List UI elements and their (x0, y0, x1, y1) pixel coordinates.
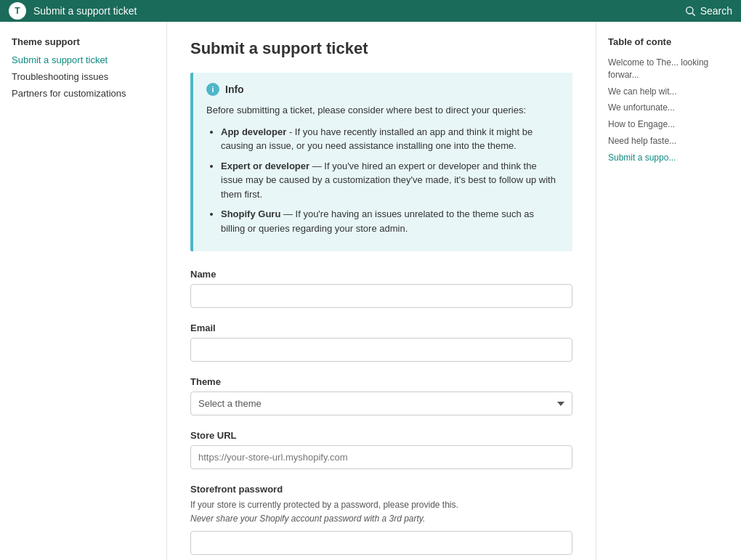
header-title: Submit a support ticket (33, 5, 137, 17)
layout: Theme support Submit a support ticket Tr… (0, 22, 741, 560)
toc-item-5[interactable]: Submit a suppo... (608, 150, 729, 166)
info-box: i Info Before submitting a ticket, pleas… (190, 73, 572, 251)
toc-sidebar: Table of conte Welcome to The... looking… (596, 22, 741, 560)
bullet-bold-1: App developer (221, 126, 286, 137)
search-icon (684, 5, 696, 17)
info-bullet-app-developer: App developer - If you have recently ins… (221, 125, 559, 153)
email-label: Email (190, 322, 572, 333)
storefront-password-input[interactable] (190, 531, 572, 555)
form-group-store-url: Store URL (190, 430, 572, 469)
sidebar-section-title: Theme support (12, 36, 155, 47)
form-group-storefront-password: Storefront password If your store is cur… (190, 484, 572, 555)
info-icon: i (206, 83, 219, 96)
info-bullet-expert: Expert or developer — If you've hired an… (221, 159, 559, 202)
toc-item-2[interactable]: We unfortunate... (608, 100, 729, 116)
toc-item-1[interactable]: We can help wit... (608, 84, 729, 100)
toc-item-4[interactable]: Need help faste... (608, 133, 729, 150)
header-left: T Submit a support ticket (9, 2, 137, 20)
toc-title: Table of conte (608, 36, 729, 47)
svg-line-1 (692, 13, 695, 16)
name-input[interactable] (190, 284, 572, 308)
form-group-email: Email (190, 322, 572, 362)
info-box-title: Info (225, 84, 244, 95)
theme-label: Theme (190, 376, 572, 387)
info-bullets: App developer - If you have recently ins… (206, 125, 559, 236)
sidebar-item-troubleshooting[interactable]: Troubleshooting issues (12, 70, 155, 84)
store-url-input[interactable] (190, 445, 572, 469)
toc-item-0[interactable]: Welcome to The... looking forwar... (608, 54, 729, 84)
info-box-body: Before submitting a ticket, please consi… (206, 103, 559, 235)
bullet-bold-3: Shopify Guru (221, 208, 280, 219)
email-input[interactable] (190, 338, 572, 362)
main-content: Submit a support ticket i Info Before su… (167, 22, 596, 560)
info-intro: Before submitting a ticket, please consi… (206, 103, 559, 118)
form-group-name: Name (190, 269, 572, 308)
storefront-password-italic: Never share your Shopify account passwor… (190, 513, 572, 525)
header-search[interactable]: Search (684, 5, 732, 17)
theme-select[interactable]: Select a theme (190, 391, 572, 415)
store-url-label: Store URL (190, 430, 572, 441)
sidebar-item-submit-ticket[interactable]: Submit a support ticket (12, 53, 155, 67)
sidebar: Theme support Submit a support ticket Tr… (0, 22, 167, 560)
sidebar-item-partners[interactable]: Partners for customizations (12, 86, 155, 100)
toc-item-3[interactable]: How to Engage... (608, 116, 729, 133)
info-bullet-shopify-guru: Shopify Guru — If you're having an issue… (221, 207, 559, 235)
page-title: Submit a support ticket (190, 39, 572, 58)
info-box-header: i Info (206, 83, 559, 96)
storefront-password-desc: If your store is currently protected by … (190, 499, 572, 511)
name-label: Name (190, 269, 572, 280)
form-group-theme: Theme Select a theme (190, 376, 572, 415)
header: T Submit a support ticket Search (0, 0, 741, 22)
bullet-bold-2: Expert or developer (221, 161, 309, 171)
search-label: Search (700, 5, 732, 17)
svg-point-0 (686, 7, 692, 14)
storefront-password-label: Storefront password (190, 484, 572, 495)
header-logo: T (9, 2, 26, 20)
